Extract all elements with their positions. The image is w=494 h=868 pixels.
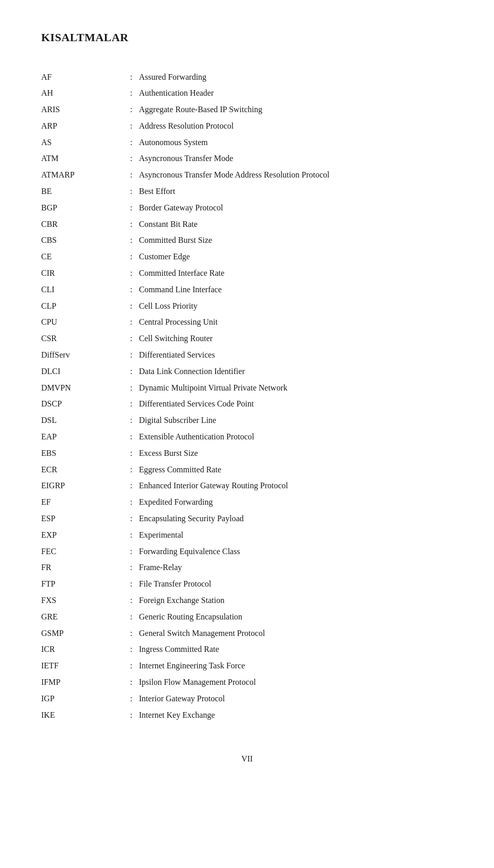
abbreviation-abbr: IGP bbox=[41, 690, 123, 707]
table-row: ECR:Eggress Committed Rate bbox=[41, 462, 453, 478]
table-row: DSCP:Differentiated Services Code Point bbox=[41, 396, 453, 413]
abbreviation-colon: : bbox=[123, 560, 139, 576]
abbreviation-abbr: EBS bbox=[41, 445, 123, 462]
table-row: CIR:Committed Interface Rate bbox=[41, 265, 453, 282]
abbreviation-abbr: IETF bbox=[41, 658, 123, 675]
table-row: EF:Expedited Forwarding bbox=[41, 494, 453, 511]
abbreviation-colon: : bbox=[123, 85, 139, 102]
abbreviation-abbr: EAP bbox=[41, 429, 123, 446]
abbreviation-colon: : bbox=[123, 151, 139, 167]
table-row: AF:Assured Forwarding bbox=[41, 69, 453, 85]
abbreviation-colon: : bbox=[123, 347, 139, 364]
abbreviation-definition: Frame-Relay bbox=[139, 560, 453, 576]
abbreviation-definition: Cell Loss Priority bbox=[139, 298, 453, 314]
abbreviation-abbr: IFMP bbox=[41, 674, 123, 690]
table-row: FXS:Foreign Exchange Station bbox=[41, 593, 453, 609]
abbreviation-colon: : bbox=[123, 265, 139, 282]
abbreviation-abbr: AF bbox=[41, 69, 123, 85]
abbreviation-definition: Ingress Committed Rate bbox=[139, 642, 453, 658]
abbreviation-colon: : bbox=[123, 445, 139, 462]
abbreviation-colon: : bbox=[123, 674, 139, 690]
abbreviation-colon: : bbox=[123, 396, 139, 413]
abbreviation-colon: : bbox=[123, 102, 139, 118]
abbreviation-colon: : bbox=[123, 707, 139, 723]
abbreviation-colon: : bbox=[123, 200, 139, 216]
table-row: DMVPN:Dynamic Multipoint Virtual Private… bbox=[41, 380, 453, 396]
abbreviation-abbr: EIGRP bbox=[41, 478, 123, 494]
table-row: EAP:Extensible Authentication Protocol bbox=[41, 429, 453, 446]
abbreviation-definition: Address Resolution Protocol bbox=[139, 118, 453, 134]
table-row: ATMARP:Asyncronous Transfer Mode Address… bbox=[41, 167, 453, 184]
abbreviation-definition: Ipsilon Flow Management Protocol bbox=[139, 674, 453, 690]
abbreviation-definition: Digital Subscriber Line bbox=[139, 413, 453, 429]
abbreviation-colon: : bbox=[123, 494, 139, 511]
abbreviation-definition: Customer Edge bbox=[139, 249, 453, 265]
abbreviation-colon: : bbox=[123, 281, 139, 298]
abbreviation-abbr: CLP bbox=[41, 298, 123, 314]
abbreviation-definition: Differentiated Services bbox=[139, 347, 453, 364]
table-row: CBR:Constant Bit Rate bbox=[41, 216, 453, 233]
abbreviation-colon: : bbox=[123, 576, 139, 593]
abbreviation-abbr: AS bbox=[41, 134, 123, 151]
table-row: IFMP:Ipsilon Flow Management Protocol bbox=[41, 674, 453, 690]
abbreviation-abbr: DiffServ bbox=[41, 347, 123, 364]
abbreviation-colon: : bbox=[123, 658, 139, 675]
abbreviation-abbr: ARIS bbox=[41, 102, 123, 118]
table-row: BGP:Border Gateway Protocol bbox=[41, 200, 453, 216]
abbreviation-abbr: ESP bbox=[41, 511, 123, 527]
abbreviation-colon: : bbox=[123, 625, 139, 642]
abbreviation-definition: File Transfer Protocol bbox=[139, 576, 453, 593]
abbreviations-table: AF:Assured ForwardingAH:Authentication H… bbox=[41, 69, 453, 723]
abbreviation-definition: Interior Gateway Protocol bbox=[139, 690, 453, 707]
abbreviation-definition: Dynamic Multipoint Virtual Private Netwo… bbox=[139, 380, 453, 396]
abbreviation-colon: : bbox=[123, 593, 139, 609]
abbreviation-abbr: CE bbox=[41, 249, 123, 265]
abbreviation-colon: : bbox=[123, 233, 139, 249]
abbreviation-colon: : bbox=[123, 609, 139, 625]
table-row: AH:Authentication Header bbox=[41, 85, 453, 102]
abbreviation-definition: Central Processing Unit bbox=[139, 314, 453, 331]
page-footer: VII bbox=[41, 754, 453, 764]
abbreviation-colon: : bbox=[123, 216, 139, 233]
abbreviation-definition: General Switch Management Protocol bbox=[139, 625, 453, 642]
abbreviation-colon: : bbox=[123, 69, 139, 85]
abbreviation-colon: : bbox=[123, 413, 139, 429]
abbreviation-definition: Constant Bit Rate bbox=[139, 216, 453, 233]
abbreviation-abbr: AH bbox=[41, 85, 123, 102]
abbreviation-colon: : bbox=[123, 118, 139, 134]
abbreviation-abbr: ARP bbox=[41, 118, 123, 134]
abbreviation-abbr: CPU bbox=[41, 314, 123, 331]
abbreviation-colon: : bbox=[123, 249, 139, 265]
abbreviation-definition: Internet Key Exchange bbox=[139, 707, 453, 723]
table-row: ARP:Address Resolution Protocol bbox=[41, 118, 453, 134]
table-row: FR:Frame-Relay bbox=[41, 560, 453, 576]
abbreviation-definition: Forwarding Equivalence Class bbox=[139, 543, 453, 560]
table-row: ICR:Ingress Committed Rate bbox=[41, 642, 453, 658]
abbreviation-definition: Committed Interface Rate bbox=[139, 265, 453, 282]
abbreviation-abbr: EF bbox=[41, 494, 123, 511]
table-row: CE:Customer Edge bbox=[41, 249, 453, 265]
abbreviation-colon: : bbox=[123, 298, 139, 314]
abbreviation-colon: : bbox=[123, 167, 139, 184]
abbreviation-colon: : bbox=[123, 642, 139, 658]
page-title: KISALTMALAR bbox=[41, 31, 453, 44]
table-row: ARIS:Aggregate Route-Based IP Switching bbox=[41, 102, 453, 118]
table-row: DSL:Digital Subscriber Line bbox=[41, 413, 453, 429]
abbreviation-definition: Aggregate Route-Based IP Switching bbox=[139, 102, 453, 118]
table-row: AS:Autonomous System bbox=[41, 134, 453, 151]
table-row: IGP:Interior Gateway Protocol bbox=[41, 690, 453, 707]
table-row: DLCI:Data Link Connection Identifier bbox=[41, 363, 453, 380]
table-row: IETF:Internet Engineering Task Force bbox=[41, 658, 453, 675]
table-row: EXP:Experimental bbox=[41, 527, 453, 543]
abbreviation-abbr: GRE bbox=[41, 609, 123, 625]
abbreviation-definition: Assured Forwarding bbox=[139, 69, 453, 85]
table-row: CPU:Central Processing Unit bbox=[41, 314, 453, 331]
abbreviation-definition: Differentiated Services Code Point bbox=[139, 396, 453, 413]
abbreviation-colon: : bbox=[123, 429, 139, 446]
abbreviation-definition: Eggress Committed Rate bbox=[139, 462, 453, 478]
abbreviation-abbr: ICR bbox=[41, 642, 123, 658]
abbreviation-abbr: FXS bbox=[41, 593, 123, 609]
abbreviation-definition: Best Effort bbox=[139, 184, 453, 200]
abbreviation-colon: : bbox=[123, 543, 139, 560]
abbreviation-abbr: ATMARP bbox=[41, 167, 123, 184]
